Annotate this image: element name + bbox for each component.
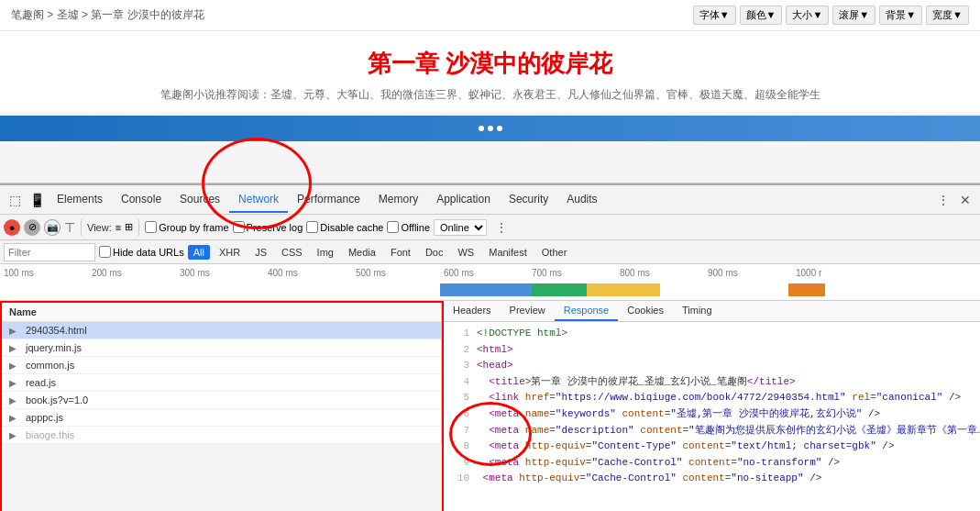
type-all-btn[interactable]: All xyxy=(188,245,210,260)
tab-application[interactable]: Application xyxy=(427,187,500,213)
mark-700: 700 ms xyxy=(532,268,562,278)
preserve-log-checkbox[interactable]: Preserve log xyxy=(233,221,303,233)
type-css-btn[interactable]: CSS xyxy=(276,245,308,260)
type-font-btn[interactable]: Font xyxy=(385,245,416,260)
file-name-5: apppc.js xyxy=(26,412,63,423)
scroll-btn[interactable]: 滚屏▼ xyxy=(832,6,875,25)
tab-cookies[interactable]: Cookies xyxy=(618,301,673,321)
dot-3 xyxy=(497,126,502,131)
offline-checkbox[interactable]: Offline xyxy=(387,221,430,233)
file-row-4[interactable]: ▶ book.js?v=1.0 xyxy=(2,392,441,409)
tab-audits[interactable]: Audits xyxy=(557,187,606,213)
file-name-3: read.js xyxy=(26,377,56,388)
tab-headers[interactable]: Headers xyxy=(444,301,501,321)
separator-1 xyxy=(81,219,82,236)
inspect-icon[interactable]: ⬚ xyxy=(4,189,26,211)
color-btn[interactable]: 颜色▼ xyxy=(740,6,783,25)
type-doc-btn[interactable]: Doc xyxy=(420,245,449,260)
mark-500: 500 ms xyxy=(356,268,386,278)
disable-cache-label: Disable cache xyxy=(320,222,383,233)
page-nav: 笔趣阁 > 圣墟 > 第一章 沙漠中的彼岸花 字体▼ 颜色▼ 大小▼ 滚屏▼ 背… xyxy=(0,0,980,31)
type-img-btn[interactable]: Img xyxy=(312,245,339,260)
filter-icon[interactable]: ⊤ xyxy=(64,220,75,235)
list-view-btn[interactable]: ≡ xyxy=(116,222,121,233)
tab-performance[interactable]: Performance xyxy=(288,187,369,213)
timeline-ruler: 100 ms 200 ms 300 ms 400 ms 500 ms 600 m… xyxy=(0,264,980,283)
nav-buttons: 字体▼ 颜色▼ 大小▼ 滚屏▼ 背景▼ 宽度▼ xyxy=(693,6,969,25)
tab-response[interactable]: Response xyxy=(555,301,619,321)
type-xhr-btn[interactable]: XHR xyxy=(214,245,246,260)
hide-data-urls-input[interactable] xyxy=(99,246,111,258)
file-row-0[interactable]: ▶ 2940354.html xyxy=(2,322,441,339)
tab-console[interactable]: Console xyxy=(112,187,171,213)
separator-2 xyxy=(138,219,139,236)
timeline-orange xyxy=(788,283,825,296)
devtools-tab-bar: ⬚ 📱 Elements Console Sources Network Per… xyxy=(0,185,980,215)
file-icon-4: ▶ xyxy=(9,395,22,405)
tab-sources[interactable]: Sources xyxy=(171,187,229,213)
file-row-1[interactable]: ▶ jquery.min.js xyxy=(2,339,441,357)
tab-security[interactable]: Security xyxy=(500,187,557,213)
tab-elements[interactable]: Elements xyxy=(48,187,112,213)
page-content: 第一章 沙漠中的彼岸花 笔趣阁小说推荐阅读：圣墟、元尊、大筝山、我的微信连三界、… xyxy=(0,31,980,112)
type-ws-btn[interactable]: WS xyxy=(452,245,479,260)
file-row-3[interactable]: ▶ read.js xyxy=(2,374,441,392)
preserve-log-input[interactable] xyxy=(233,221,245,233)
page-title: 第一章 沙漠中的彼岸花 xyxy=(18,48,962,80)
width-btn[interactable]: 宽度▼ xyxy=(926,6,969,25)
close-devtools-icon[interactable]: ✕ xyxy=(954,189,976,211)
response-tab-bar: Headers Preview Response Cookies Timing xyxy=(444,301,980,322)
filter-bar: Hide data URLs All XHR JS CSS Img Media … xyxy=(0,240,980,264)
file-icon-6: ▶ xyxy=(9,430,22,440)
tab-preview[interactable]: Preview xyxy=(501,301,555,321)
page-subtitle: 笔趣阁小说推荐阅读：圣墟、元尊、大筝山、我的微信连三界、蚁神记、永夜君王、凡人修… xyxy=(18,87,962,103)
mark-600: 600 ms xyxy=(444,268,474,278)
mark-800: 800 ms xyxy=(620,268,650,278)
size-btn[interactable]: 大小▼ xyxy=(786,6,829,25)
file-name-4: book.js?v=1.0 xyxy=(26,394,88,405)
type-media-btn[interactable]: Media xyxy=(343,245,381,260)
device-icon[interactable]: 📱 xyxy=(26,189,48,211)
offline-input[interactable] xyxy=(387,221,399,233)
filter-input[interactable] xyxy=(4,243,95,261)
screenshot-btn[interactable]: 📷 xyxy=(44,219,61,236)
bg-btn[interactable]: 背景▼ xyxy=(879,6,922,25)
mark-1000: 1000 r xyxy=(796,268,821,278)
settings-icon[interactable]: ⋮ xyxy=(490,217,512,239)
file-row-6[interactable]: ▶ biaoge.this xyxy=(2,427,441,444)
group-by-frame-input[interactable] xyxy=(145,221,157,233)
mark-300: 300 ms xyxy=(180,268,210,278)
tree-view-btn[interactable]: ⊞ xyxy=(125,221,133,233)
browser-page: 笔趣阁 > 圣墟 > 第一章 沙漠中的彼岸花 字体▼ 颜色▼ 大小▼ 滚屏▼ 背… xyxy=(0,0,980,183)
record-btn[interactable]: ● xyxy=(4,219,20,236)
hide-data-urls-checkbox[interactable]: Hide data URLs xyxy=(99,246,184,258)
code-line-6: 6 <meta name="keywords" content="圣墟,第一章 … xyxy=(451,406,973,423)
tab-network[interactable]: Network xyxy=(229,187,288,213)
type-js-btn[interactable]: JS xyxy=(249,245,272,260)
disable-cache-input[interactable] xyxy=(306,221,318,233)
tab-memory[interactable]: Memory xyxy=(369,187,427,213)
throttle-select[interactable]: Online xyxy=(434,219,487,236)
file-row-2[interactable]: ▶ common.js xyxy=(2,357,441,374)
file-name-1: jquery.min.js xyxy=(26,342,82,353)
file-icon-3: ▶ xyxy=(9,378,22,388)
type-other-btn[interactable]: Other xyxy=(536,245,573,260)
code-line-4: 4 <title>第一章 沙漠中的彼岸花_圣墟_玄幻小说_笔趣阁</title> xyxy=(451,374,973,391)
devtools-panel: ⬚ 📱 Elements Console Sources Network Per… xyxy=(0,183,980,511)
dot-2 xyxy=(488,126,493,131)
file-icon-0: ▶ xyxy=(9,326,22,336)
file-icon-2: ▶ xyxy=(9,361,22,371)
disable-cache-checkbox[interactable]: Disable cache xyxy=(306,221,383,233)
font-btn[interactable]: 字体▼ xyxy=(693,6,736,25)
mark-200: 200 ms xyxy=(92,268,122,278)
clear-btn[interactable]: ⊘ xyxy=(24,219,40,236)
mark-100: 100 ms xyxy=(4,268,34,278)
tab-timing[interactable]: Timing xyxy=(673,301,721,321)
file-row-5[interactable]: ▶ apppc.js xyxy=(2,409,441,427)
code-line-10: 10 <meta http-equiv="Cache-Control" cont… xyxy=(451,471,973,487)
group-by-frame-checkbox[interactable]: Group by frame xyxy=(145,221,228,233)
file-icon-1: ▶ xyxy=(9,343,22,353)
code-line-9: 9 <meta http-equiv="Cache-Control" conte… xyxy=(451,455,973,472)
more-icon[interactable]: ⋮ xyxy=(932,189,954,211)
type-manifest-btn[interactable]: Manifest xyxy=(483,245,533,260)
